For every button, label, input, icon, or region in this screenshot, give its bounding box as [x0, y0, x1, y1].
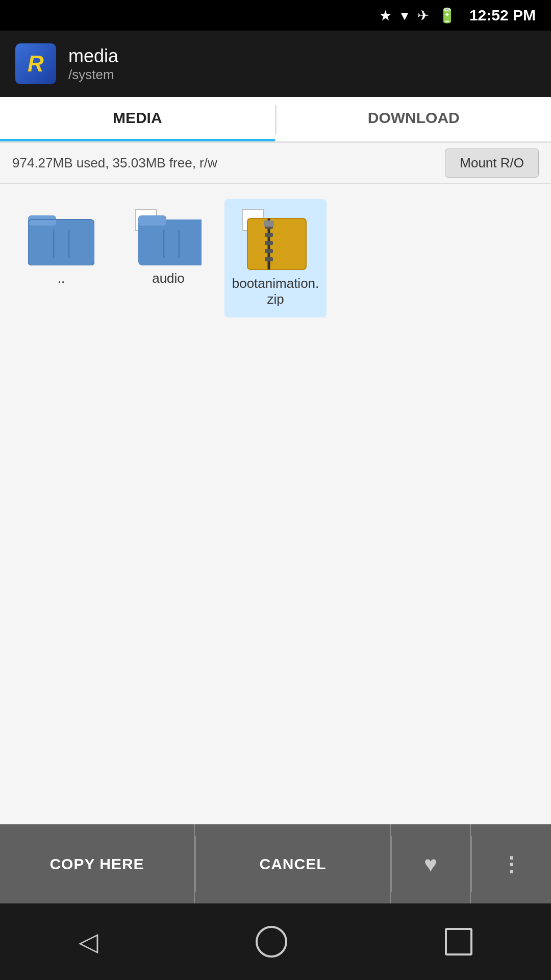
more-options-button[interactable]: ⋮ [472, 824, 551, 903]
airplane-icon: ✈ [417, 7, 429, 24]
back-icon: ◁ [79, 927, 98, 957]
header-subtitle: /system [68, 67, 118, 83]
mount-ro-button[interactable]: Mount R/O [445, 149, 539, 178]
home-icon [256, 926, 287, 958]
file-item-bootanimation[interactable]: bootanimation.zip [224, 199, 327, 317]
content-area: 974.27MB used, 35.03MB free, r/w Mount R… [0, 143, 551, 878]
status-bar: ★ ▾ ✈ 🔋 12:52 PM [0, 0, 551, 31]
file-label-parent: .. [58, 271, 65, 286]
file-item-parent[interactable]: .. [10, 199, 112, 317]
folder-icon-parent [28, 209, 94, 265]
cancel-button[interactable]: CANCEL [196, 824, 391, 903]
svg-rect-18 [265, 257, 273, 261]
svg-rect-6 [138, 219, 202, 265]
file-grid: .. audio [0, 184, 551, 878]
back-button[interactable]: ◁ [79, 927, 98, 957]
app-header: R media /system [0, 31, 551, 97]
svg-rect-1 [28, 215, 56, 226]
file-label-audio: audio [152, 271, 185, 286]
battery-icon: 🔋 [438, 7, 456, 24]
folder-icon-audio [135, 209, 202, 265]
copy-here-button[interactable]: COPY HERE [0, 824, 195, 903]
bluetooth-icon: ★ [379, 7, 392, 24]
file-item-audio[interactable]: audio [117, 199, 219, 317]
app-icon: R [15, 43, 56, 84]
more-options-icon: ⋮ [501, 852, 522, 876]
heart-icon: ♥ [424, 851, 438, 877]
header-text: media /system [68, 45, 118, 83]
tab-download[interactable]: DOWNLOAD [277, 97, 552, 141]
wifi-icon: ▾ [401, 7, 408, 24]
svg-rect-16 [265, 241, 273, 245]
recent-apps-button[interactable] [445, 928, 472, 955]
tab-bar: MEDIA DOWNLOAD [0, 97, 551, 143]
action-bar: COPY HERE CANCEL ♥ ⋮ [0, 824, 551, 903]
home-button[interactable] [256, 926, 287, 958]
storage-bar: 974.27MB used, 35.03MB free, r/w Mount R… [0, 143, 551, 184]
favorite-button[interactable]: ♥ [392, 824, 471, 903]
recent-apps-icon [445, 928, 472, 955]
storage-info: 974.27MB used, 35.03MB free, r/w [12, 155, 435, 171]
svg-rect-11 [247, 218, 306, 270]
svg-rect-15 [265, 233, 273, 237]
tab-media[interactable]: MEDIA [0, 97, 275, 141]
navigation-bar: ◁ [0, 903, 551, 980]
zip-icon-bootanimation [242, 209, 309, 271]
header-title: media [68, 45, 118, 67]
svg-rect-7 [138, 215, 166, 226]
file-label-bootanimation: bootanimation.zip [230, 276, 321, 307]
status-icons: ★ ▾ ✈ 🔋 [379, 7, 456, 24]
status-time: 12:52 PM [469, 7, 536, 24]
svg-rect-0 [28, 219, 94, 265]
svg-rect-19 [264, 220, 274, 227]
svg-rect-17 [265, 249, 273, 253]
